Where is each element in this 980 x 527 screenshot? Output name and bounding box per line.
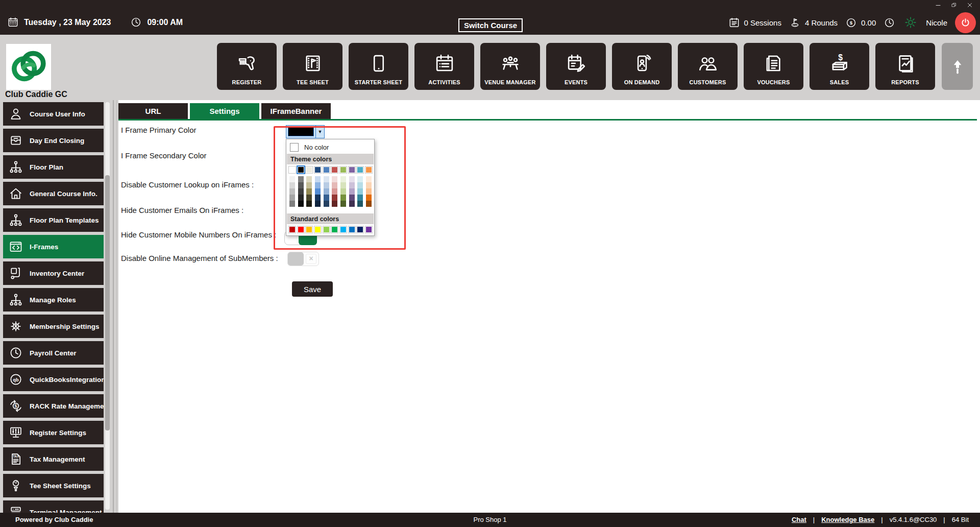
theme-color-swatch[interactable] xyxy=(340,166,347,173)
theme-variant-swatch[interactable] xyxy=(298,176,304,182)
theme-variant-swatch[interactable] xyxy=(340,176,347,182)
standard-color-swatch[interactable] xyxy=(340,226,347,233)
theme-color-swatch[interactable] xyxy=(314,166,321,173)
chat-link[interactable]: Chat xyxy=(792,516,806,523)
theme-color-swatch[interactable] xyxy=(298,166,304,173)
sidebar-item-floor-plan-templates[interactable]: Floor Plan Templates xyxy=(3,208,104,232)
theme-variant-swatch[interactable] xyxy=(340,182,347,188)
toolbar-button-sales[interactable]: $SALES xyxy=(810,43,869,90)
toolbar-button-activities[interactable]: ACTIVITIES xyxy=(414,43,474,90)
toolbar-button-vouchers[interactable]: VOUCHERS xyxy=(744,43,803,90)
sidebar-item-general-course-info[interactable]: General Course Info. xyxy=(3,182,104,205)
theme-variant-swatch[interactable] xyxy=(331,201,338,207)
theme-color-swatch[interactable] xyxy=(365,166,372,173)
theme-variant-swatch[interactable] xyxy=(298,182,304,188)
toolbar-button-events[interactable]: EVENTS xyxy=(546,43,606,90)
theme-variant-swatch[interactable] xyxy=(306,182,312,188)
logout-power-button[interactable] xyxy=(955,12,976,33)
theme-variant-swatch[interactable] xyxy=(331,182,338,188)
sidebar-item-course-user-info[interactable]: Course User Info xyxy=(3,102,104,126)
standard-color-swatch[interactable] xyxy=(331,226,338,233)
toolbar-button-reports[interactable]: REPORTS xyxy=(875,43,935,90)
close-icon[interactable] xyxy=(967,2,973,8)
theme-variant-swatch[interactable] xyxy=(349,201,355,207)
no-color-option[interactable]: No color xyxy=(286,141,374,153)
theme-variant-swatch[interactable] xyxy=(357,182,363,188)
theme-color-swatch[interactable] xyxy=(323,166,330,173)
theme-variant-swatch[interactable] xyxy=(289,176,296,182)
theme-variant-swatch[interactable] xyxy=(314,201,321,207)
standard-color-swatch[interactable] xyxy=(289,226,296,233)
theme-variant-swatch[interactable] xyxy=(289,188,296,195)
switch-course-button[interactable]: Switch Course xyxy=(458,18,523,32)
toolbar-button-starter-sheet[interactable]: STARTER SHEET xyxy=(349,43,408,90)
theme-variant-swatch[interactable] xyxy=(323,201,330,207)
settings-gear-icon[interactable] xyxy=(903,15,918,30)
sidebar-item-tee-sheet-settings[interactable]: Tee Sheet Settings xyxy=(3,474,104,497)
theme-variant-swatch[interactable] xyxy=(349,195,355,201)
theme-variant-swatch[interactable] xyxy=(298,188,304,195)
theme-color-swatch[interactable] xyxy=(349,166,355,173)
standard-color-swatch[interactable] xyxy=(298,226,304,233)
theme-variant-swatch[interactable] xyxy=(306,176,312,182)
sidebar-item-floor-plan[interactable]: Floor Plan xyxy=(3,155,104,179)
theme-variant-swatch[interactable] xyxy=(340,201,347,207)
theme-variant-swatch[interactable] xyxy=(323,195,330,201)
theme-variant-swatch[interactable] xyxy=(306,201,312,207)
theme-variant-swatch[interactable] xyxy=(298,195,304,201)
theme-variant-swatch[interactable] xyxy=(323,176,330,182)
theme-variant-swatch[interactable] xyxy=(365,188,372,195)
sidebar-item-payroll-center[interactable]: Payroll Center xyxy=(3,341,104,365)
standard-color-swatch[interactable] xyxy=(357,226,363,233)
theme-variant-swatch[interactable] xyxy=(306,188,312,195)
standard-color-swatch[interactable] xyxy=(365,226,372,233)
toolbar-button-register[interactable]: REGISTER xyxy=(217,43,277,90)
minimize-icon[interactable] xyxy=(935,2,941,8)
theme-variant-swatch[interactable] xyxy=(331,195,338,201)
theme-variant-swatch[interactable] xyxy=(349,188,355,195)
sidebar-item-manage-roles[interactable]: Manage Roles xyxy=(3,288,104,312)
toolbar-button-customers[interactable]: CUSTOMERS xyxy=(678,43,738,90)
theme-variant-swatch[interactable] xyxy=(323,188,330,195)
sidebar-item-tax-management[interactable]: TAXTax Management xyxy=(3,447,104,471)
theme-variant-swatch[interactable] xyxy=(365,176,372,182)
theme-variant-swatch[interactable] xyxy=(298,201,304,207)
theme-variant-swatch[interactable] xyxy=(357,176,363,182)
theme-variant-swatch[interactable] xyxy=(306,195,312,201)
theme-variant-swatch[interactable] xyxy=(314,182,321,188)
sidebar-item-quickbooksintegration[interactable]: qbQuickBooksIntegration xyxy=(3,368,104,391)
time-clock-icon[interactable] xyxy=(884,17,895,29)
theme-variant-swatch[interactable] xyxy=(365,195,372,201)
knowledge-base-link[interactable]: Knowledge Base xyxy=(821,516,874,523)
theme-variant-swatch[interactable] xyxy=(340,195,347,201)
sidebar-item-day-end-closing[interactable]: Day End Closing xyxy=(3,129,104,152)
restore-icon[interactable] xyxy=(951,2,957,8)
theme-variant-swatch[interactable] xyxy=(357,195,363,201)
theme-variant-swatch[interactable] xyxy=(323,182,330,188)
theme-variant-swatch[interactable] xyxy=(331,176,338,182)
save-button[interactable]: Save xyxy=(292,281,333,297)
theme-variant-swatch[interactable] xyxy=(289,201,296,207)
sidebar-item-register-settings[interactable]: Register Settings xyxy=(3,421,104,444)
theme-variant-swatch[interactable] xyxy=(331,188,338,195)
theme-variant-swatch[interactable] xyxy=(365,201,372,207)
toolbar-scroll-up-button[interactable] xyxy=(942,43,973,90)
standard-color-swatch[interactable] xyxy=(349,226,355,233)
toolbar-button-on-demand[interactable]: ON DEMAND xyxy=(612,43,672,90)
sidebar-item-i-frames[interactable]: I-Frames xyxy=(3,235,104,258)
theme-variant-swatch[interactable] xyxy=(314,188,321,195)
theme-color-swatch[interactable] xyxy=(306,166,312,173)
theme-variant-swatch[interactable] xyxy=(314,195,321,201)
theme-variant-swatch[interactable] xyxy=(357,201,363,207)
disable-submembers-toggle[interactable]: × xyxy=(287,252,319,266)
tab-iframebanner[interactable]: IFrameBanner xyxy=(261,103,331,119)
toolbar-button-tee-sheet[interactable]: TEE SHEET xyxy=(283,43,342,90)
theme-variant-swatch[interactable] xyxy=(289,195,296,201)
theme-color-swatch[interactable] xyxy=(357,166,363,173)
standard-color-swatch[interactable] xyxy=(306,226,312,233)
theme-variant-swatch[interactable] xyxy=(349,176,355,182)
primary-color-picker-button[interactable]: ▼ xyxy=(286,125,325,138)
toolbar-button-venue-manager[interactable]: VENUE MANAGER xyxy=(480,43,540,90)
sidebar-item-inventory-center[interactable]: Inventory Center xyxy=(3,261,104,285)
sidebar-item-terminal-management[interactable]: Terminal Management xyxy=(3,500,104,513)
